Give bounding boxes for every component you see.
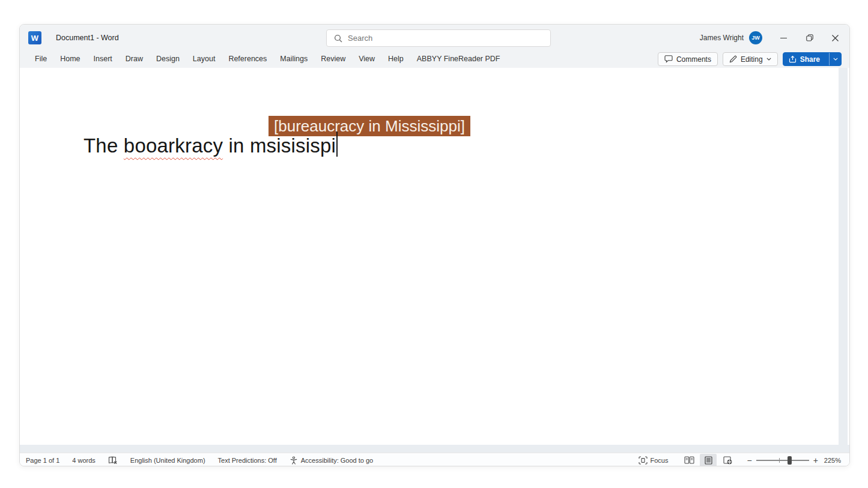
- accessibility-indicator[interactable]: Accessibility: Good to go: [290, 456, 373, 465]
- chevron-down-icon: [766, 58, 771, 61]
- tab-file[interactable]: File: [28, 51, 53, 68]
- word-window: W Document1 - Word James Wright JW File …: [19, 24, 850, 466]
- tab-abbyy-finereader[interactable]: ABBYY FineReader PDF: [410, 51, 507, 68]
- document-title: Document1 - Word: [56, 34, 119, 42]
- page-indicator[interactable]: Page 1 of 1: [26, 457, 59, 464]
- status-bar: Page 1 of 1 4 words English (United King…: [20, 453, 849, 466]
- share-button[interactable]: Share: [783, 52, 842, 66]
- pencil-icon: [729, 55, 737, 63]
- word-count[interactable]: 4 words: [72, 457, 96, 464]
- text-before: The: [83, 134, 124, 157]
- share-label: Share: [800, 55, 820, 64]
- editing-mode-button[interactable]: Editing: [723, 52, 778, 66]
- text-cursor: [336, 131, 338, 157]
- horizontal-scrollbar[interactable]: [20, 445, 849, 453]
- tab-insert[interactable]: Insert: [87, 51, 119, 68]
- misspelled-word[interactable]: booarkracy: [124, 134, 223, 157]
- web-layout-view-button[interactable]: [719, 454, 736, 467]
- document-text-line[interactable]: The booarkracy in msisisispi: [83, 131, 338, 157]
- ribbon-tab-bar: File Home Insert Draw Design Layout Refe…: [20, 51, 849, 68]
- tab-home[interactable]: Home: [53, 51, 86, 68]
- proofing-errors-icon[interactable]: [108, 456, 118, 465]
- vertical-scrollbar[interactable]: [839, 68, 848, 445]
- zoom-in-button[interactable]: +: [813, 456, 818, 465]
- user-avatar[interactable]: JW: [749, 31, 762, 44]
- zoom-slider[interactable]: [756, 456, 809, 465]
- share-icon: [789, 55, 797, 63]
- tab-mailings[interactable]: Mailings: [273, 51, 314, 68]
- focus-mode-button[interactable]: Focus: [639, 456, 669, 465]
- user-name[interactable]: James Wright: [700, 34, 744, 42]
- word-app-icon: W: [28, 31, 41, 44]
- tab-references[interactable]: References: [222, 51, 273, 68]
- close-button[interactable]: [822, 25, 848, 51]
- comments-button[interactable]: Comments: [658, 52, 718, 66]
- zoom-slider-thumb[interactable]: [788, 456, 792, 465]
- focus-icon: [639, 456, 648, 465]
- zoom-level[interactable]: 225%: [824, 457, 841, 464]
- search-box[interactable]: [326, 29, 551, 47]
- tab-layout[interactable]: Layout: [186, 51, 222, 68]
- editing-label: Editing: [741, 55, 763, 64]
- document-canvas[interactable]: [bureaucracy in Mississippi] The booarkr…: [20, 68, 849, 445]
- share-dropdown[interactable]: [829, 52, 841, 66]
- tab-help[interactable]: Help: [381, 51, 410, 68]
- zoom-out-button[interactable]: −: [747, 456, 751, 465]
- search-icon: [334, 34, 342, 43]
- tab-view[interactable]: View: [352, 51, 381, 68]
- tab-review[interactable]: Review: [314, 51, 352, 68]
- search-input[interactable]: [348, 34, 528, 43]
- comment-icon: [664, 55, 673, 63]
- print-layout-view-button[interactable]: [700, 454, 717, 467]
- tab-draw[interactable]: Draw: [119, 51, 150, 68]
- comments-label: Comments: [676, 55, 711, 64]
- accessibility-icon: [290, 456, 298, 465]
- accessibility-label: Accessibility: Good to go: [301, 457, 373, 464]
- language-indicator[interactable]: English (United Kingdom): [130, 457, 205, 464]
- title-bar: W Document1 - Word James Wright JW: [20, 25, 849, 51]
- tab-design[interactable]: Design: [150, 51, 186, 68]
- zoom-100-notch: [779, 458, 780, 463]
- read-mode-view-button[interactable]: [681, 454, 697, 467]
- restore-button[interactable]: [797, 25, 822, 51]
- focus-label: Focus: [651, 457, 669, 464]
- text-predictions-indicator[interactable]: Text Predictions: Off: [218, 457, 277, 464]
- text-after: in msisisispi: [223, 134, 336, 157]
- minimize-button[interactable]: [771, 25, 797, 51]
